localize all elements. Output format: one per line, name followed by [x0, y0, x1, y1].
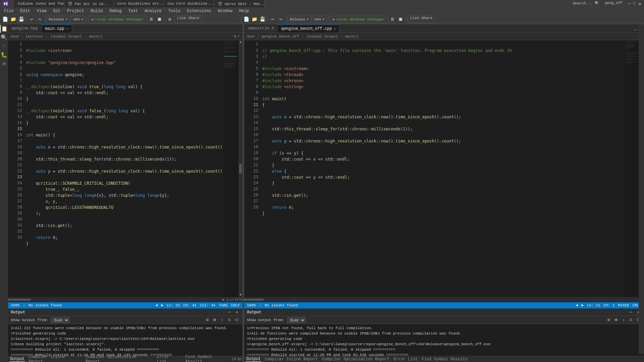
activity-extensions[interactable]: ⊞	[0, 60, 8, 68]
right-hscroll-r[interactable]: ►	[581, 303, 584, 307]
left-out-tab-output[interactable]: Output	[9, 357, 25, 362]
menu-help[interactable]: Help	[236, 8, 252, 14]
left-out-tab-compiler-opt[interactable]: Compiler Optimization Report	[85, 355, 154, 362]
run-debugger-btn[interactable]: ▶ Local Windows Debugger	[89, 16, 147, 23]
save-btn[interactable]: 💾	[17, 16, 25, 23]
new-file-btn[interactable]: 📄	[1, 16, 9, 23]
left-collapse-btn[interactable]: ⊟	[234, 34, 236, 39]
activity-debug[interactable]: 🐛	[0, 51, 8, 59]
right-breadcrumb-symbol[interactable]: main()	[345, 35, 359, 39]
r-undo-btn[interactable]: ↩	[269, 16, 276, 23]
right-hscroll-thumb[interactable]	[247, 299, 264, 301]
left-out-tab-error[interactable]: Error List	[157, 355, 182, 362]
title-tab-5[interactable]: 🎬 Aprox Obst - Men...	[214, 0, 265, 7]
left-tab-qengine[interactable]: qengine.hpp	[8, 24, 42, 33]
r-new-file-btn[interactable]: 📄	[243, 16, 250, 23]
left-hscroll-arrow[interactable]: ◄	[156, 303, 158, 307]
right-breadcrumb-scope[interactable]: (Global Scope)	[307, 35, 337, 39]
left-tab-main[interactable]: main.cpp ✕	[42, 24, 72, 33]
search-box[interactable]: Search... 🔍	[573, 1, 599, 7]
menu-view[interactable]: View	[34, 8, 49, 14]
scroll-up[interactable]: ▲	[239, 40, 241, 44]
menu-edit[interactable]: Edit	[18, 8, 33, 14]
settings-btn[interactable]: ⚙	[166, 16, 173, 23]
right-hscrollbar[interactable]: ◄ ►	[244, 297, 644, 302]
r-arch-dropdown[interactable]: x64 ▾	[312, 16, 327, 23]
arch-dropdown[interactable]: x64 ▾	[71, 16, 86, 23]
scroll-thumb[interactable]	[239, 164, 242, 174]
r-redo-btn[interactable]: ↪	[277, 16, 284, 23]
left-output-content[interactable]: 1>All 222 functions were compiled becaus…	[8, 324, 243, 356]
left-output-close[interactable]: ✕	[234, 309, 240, 315]
left-out-btn1[interactable]: ⊟	[204, 317, 210, 323]
activity-git[interactable]: ⑂	[0, 42, 8, 50]
right-breadcrumb-file[interactable]: qengine_bench_off	[261, 35, 299, 39]
stop-btn[interactable]: ⏹	[156, 16, 163, 23]
left-out-btn2[interactable]: ⊞	[212, 317, 218, 323]
r-release-dropdown[interactable]: Release ▾	[287, 16, 311, 23]
right-code-content[interactable]: // qengine_bench_off.cpp : This file con…	[261, 40, 625, 297]
release-dropdown[interactable]: Release ▾	[46, 16, 70, 23]
left-out-btn3[interactable]: ↕	[219, 317, 225, 323]
left-hscroll-right[interactable]: ►	[222, 298, 224, 302]
right-tab-more[interactable]: ⋯	[634, 27, 636, 33]
left-scrollbar[interactable]: ▲ ▼	[238, 40, 243, 297]
left-hscroll-thumb[interactable]	[11, 299, 31, 301]
left-breadcrumb-scope[interactable]: (Global Scope)	[51, 35, 82, 39]
left-hscroll-arrow-r[interactable]: ►	[161, 303, 163, 307]
right-out-tab-error[interactable]: Error List	[393, 357, 418, 362]
left-tab-main-close[interactable]: ✕	[66, 27, 68, 31]
activity-search[interactable]: 🔍	[0, 34, 8, 42]
right-code-editor[interactable]: 1 2 3 4 5 6 7 8 9 10 11 12 13 14 15 16 1…	[244, 40, 644, 297]
menu-test[interactable]: Test	[126, 8, 141, 14]
title-tab-3[interactable]: Core Guidelines etc...	[114, 0, 164, 7]
right-out-tab-compiler-opt[interactable]: Compiler Optimization Report	[321, 357, 390, 362]
right-output-content[interactable]: 1>Previous IPDB not found, fall back to …	[244, 324, 644, 356]
menu-extensions[interactable]: Extensions	[184, 8, 214, 14]
menu-project[interactable]: Project	[64, 8, 87, 14]
menu-debug[interactable]: Debug	[107, 8, 124, 14]
menu-analyze[interactable]: Analyze	[142, 8, 164, 14]
left-out-btn5[interactable]: ⏲	[234, 317, 240, 323]
menu-build[interactable]: Build	[88, 8, 105, 14]
left-code-editor[interactable]: 1 2 3 4 5 6 7 8 9 10 11 12 13 14 15 16 1…	[8, 40, 243, 297]
left-out-btn4[interactable]: ⊏	[226, 317, 232, 323]
right-hscroll-left[interactable]: ◄	[244, 298, 246, 302]
minimize-btn[interactable]: ─	[628, 1, 631, 7]
left-hscroll-left[interactable]: ◄	[8, 298, 10, 302]
left-out-tab-compiler-inline[interactable]: Compiler Inline Report	[28, 355, 82, 362]
right-out-btn4[interactable]: ⊏	[628, 317, 634, 323]
title-tab-2[interactable]: 🎬 Pat Bit in Ca...	[64, 0, 114, 7]
right-out-btn2[interactable]: ⊞	[613, 317, 619, 323]
right-hscroll-l[interactable]: ◄	[576, 303, 578, 307]
r-run-debugger-btn[interactable]: ▶ Local Windows Debugger	[330, 16, 388, 23]
right-out-tab-find-symbol[interactable]: Find Symbol Results	[421, 357, 468, 362]
live-share-btn[interactable]: Live Share	[174, 16, 202, 23]
right-out-tab-output[interactable]: Output	[246, 357, 261, 362]
left-output-action-1[interactable]: ⋯	[226, 309, 232, 315]
right-out-tab-compiler-inline[interactable]: Compiler Inline Report	[264, 357, 318, 362]
step-btn[interactable]: ⏸	[148, 16, 155, 23]
left-add-btn[interactable]: +	[237, 34, 240, 39]
title-tab-4[interactable]: Cus Core Guideline...	[164, 0, 214, 7]
open-btn[interactable]: 📁	[9, 16, 17, 23]
right-out-btn1[interactable]: ⊟	[606, 317, 612, 323]
redo-btn[interactable]: ↪	[36, 16, 43, 23]
left-out-tab-find-symbol[interactable]: Find Symbol Results	[184, 355, 232, 362]
menu-git[interactable]: Git	[50, 8, 63, 14]
r-step-btn[interactable]: ⏸	[389, 16, 396, 23]
title-tab-1[interactable]: Indiana Jones and The Dial of D...	[14, 0, 64, 7]
r-open-btn[interactable]: 📁	[251, 16, 258, 23]
right-output-source[interactable]: Build	[287, 317, 306, 323]
r-live-share-btn[interactable]: Live Share	[407, 16, 435, 23]
right-tab-xmm[interactable]: xmmintrin.h	[244, 24, 278, 33]
close-btn[interactable]: ✕	[639, 1, 641, 7]
right-tab-bench-close[interactable]: ✕	[334, 27, 336, 31]
undo-btn[interactable]: ↩	[28, 16, 35, 23]
maximize-btn[interactable]: □	[633, 1, 636, 7]
left-output-source[interactable]: Build	[51, 317, 69, 323]
menu-window[interactable]: Window	[215, 8, 235, 14]
left-hscrollbar[interactable]: ◄ ► { ↵ □ la la	[8, 297, 243, 302]
menu-tools[interactable]: Tools	[166, 8, 183, 14]
r-save-btn[interactable]: 💾	[259, 16, 266, 23]
